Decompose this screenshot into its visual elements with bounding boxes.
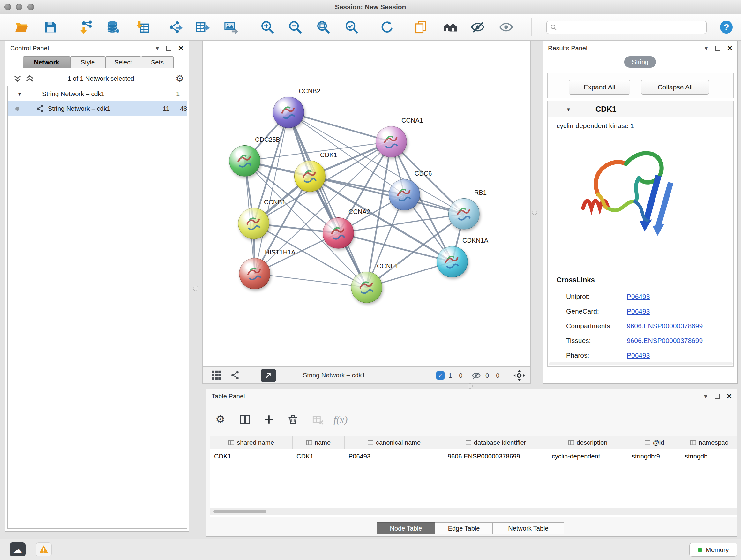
open-view-in-window-button[interactable] <box>261 369 276 382</box>
bottom-splitter-handle[interactable] <box>468 383 473 388</box>
crosslink-link[interactable]: P06493 <box>627 304 650 319</box>
horizontal-scrollbar-track[interactable] <box>210 508 737 515</box>
column-header[interactable]: shared name <box>210 436 293 449</box>
zoom-in-button[interactable] <box>259 18 276 36</box>
results-scrollbar[interactable] <box>549 362 733 365</box>
float-panel-icon[interactable] <box>715 394 720 399</box>
float-panel-icon[interactable] <box>715 46 720 51</box>
import-network-from-database-button[interactable] <box>105 18 122 36</box>
memory-button[interactable]: Memory <box>689 543 737 557</box>
panel-menu-icon[interactable]: ▾ <box>704 393 708 400</box>
help-button[interactable]: ? <box>718 18 735 36</box>
collapse-all-icon[interactable] <box>13 75 22 82</box>
export-network-button[interactable] <box>166 18 184 36</box>
copy-button[interactable] <box>412 18 429 36</box>
network-node-cdk1[interactable] <box>294 161 326 192</box>
network-node-cdc25b[interactable] <box>229 145 260 177</box>
hide-annotations-button[interactable] <box>469 18 486 36</box>
export-table-button[interactable] <box>194 18 211 36</box>
section-caret-icon[interactable]: ▼ <box>566 107 571 112</box>
zoom-fit-button[interactable] <box>315 18 332 36</box>
expand-all-icon[interactable] <box>25 75 34 82</box>
table-cell[interactable]: stringdb <box>681 449 738 463</box>
network-node-ccne1[interactable] <box>351 272 382 303</box>
panel-menu-icon[interactable]: ▾ <box>156 45 159 52</box>
right-splitter-handle[interactable] <box>532 210 537 215</box>
zoom-selected-button[interactable] <box>343 18 360 36</box>
crosslink-link[interactable]: P06493 <box>627 348 650 363</box>
share-network-icon[interactable] <box>230 370 240 380</box>
open-session-button[interactable] <box>13 18 30 36</box>
column-header[interactable]: name <box>293 436 345 449</box>
tab-select[interactable]: Select <box>105 56 141 68</box>
panel-menu-icon[interactable]: ▾ <box>704 45 708 52</box>
network-collection-row[interactable]: ▼ String Network – cdk1 1 <box>8 86 187 101</box>
delete-column-trash-icon[interactable] <box>287 414 299 425</box>
table-cell[interactable]: CDK1 <box>210 449 293 463</box>
save-session-button[interactable] <box>42 18 59 36</box>
horizontal-scrollbar-thumb[interactable] <box>213 509 266 513</box>
float-panel-icon[interactable] <box>166 46 172 51</box>
close-panel-icon[interactable]: × <box>727 44 732 53</box>
gene-section-header[interactable]: ▼ CDK1 <box>548 101 733 118</box>
column-header[interactable]: database identifier <box>444 436 548 449</box>
table-cell[interactable]: cyclin-dependent ... <box>548 449 628 463</box>
collapse-all-label: Collapse All <box>658 83 693 91</box>
table-cell[interactable]: 9606.ENSP00000378699 <box>444 449 548 463</box>
home-networks-button[interactable] <box>442 18 459 36</box>
left-splitter-handle[interactable] <box>193 286 198 291</box>
column-header[interactable]: canonical name <box>345 436 444 449</box>
close-panel-icon[interactable]: × <box>179 44 184 53</box>
network-node-cdkn1a[interactable] <box>436 246 468 277</box>
network-canvas[interactable]: CCNB2CCNA1CDC25BCDK1CDC6RB1CCNB1CCNA2CDK… <box>202 41 531 367</box>
network-node-ccnb1[interactable] <box>238 208 269 239</box>
birdseye-view-icon[interactable] <box>211 370 222 381</box>
crosslink-link[interactable]: P06493 <box>627 289 650 304</box>
protein-structure-image <box>570 137 691 261</box>
search-input[interactable] <box>560 24 703 31</box>
table-cell[interactable]: P06493 <box>345 449 444 463</box>
table-cell[interactable]: CDK1 <box>293 449 345 463</box>
tab-edge-table[interactable]: Edge Table <box>435 522 493 535</box>
column-header[interactable]: description <box>548 436 628 449</box>
crosslink-link[interactable]: 9606.ENSP00000378699 <box>627 333 703 348</box>
tab-style[interactable]: Style <box>70 56 105 68</box>
network-node-ccna1[interactable] <box>376 126 407 158</box>
network-node-ccna2[interactable] <box>323 217 354 249</box>
nodes-layer: CCNB2CCNA1CDC25BCDK1CDC6RB1CCNB1CCNA2CDK… <box>203 41 530 366</box>
network-node-rb1[interactable] <box>448 198 480 230</box>
close-panel-icon[interactable]: × <box>727 392 732 401</box>
zoom-out-button[interactable] <box>286 18 304 36</box>
network-node-ccnb2[interactable] <box>273 97 304 128</box>
import-table-from-file-button[interactable] <box>134 18 151 36</box>
show-graphics-details-button[interactable] <box>497 18 515 36</box>
tree-caret-icon[interactable]: ▼ <box>17 91 22 97</box>
column-header-label: name <box>315 439 331 446</box>
hidden-eye-slash-icon[interactable] <box>471 371 481 380</box>
tab-string[interactable]: String <box>624 56 656 68</box>
tab-network-table[interactable]: Network Table <box>493 522 564 535</box>
warnings-button[interactable] <box>36 543 52 557</box>
network-node-cdc6[interactable] <box>389 179 420 210</box>
tab-node-table[interactable]: Node Table <box>377 522 435 535</box>
add-column-icon[interactable] <box>263 414 275 426</box>
column-header[interactable]: @id <box>628 436 681 449</box>
gear-icon[interactable]: ⚙ <box>176 74 184 83</box>
network-node-hist1h1a[interactable] <box>239 258 270 289</box>
selected-checkbox-icon[interactable]: ✓ <box>436 371 445 380</box>
column-header[interactable]: namespac <box>681 436 738 449</box>
navigator-crosshair-icon[interactable] <box>513 369 526 382</box>
cloud-sync-button[interactable]: ☁ <box>10 543 25 557</box>
export-image-button[interactable] <box>222 18 240 36</box>
crosslink-link[interactable]: 9606.ENSP00000378699 <box>627 319 703 333</box>
apply-layout-button[interactable] <box>379 18 396 36</box>
expand-all-button[interactable]: Expand All <box>569 80 630 95</box>
show-columns-icon[interactable] <box>239 414 251 425</box>
table-cell[interactable]: stringdb:9... <box>628 449 681 463</box>
tab-network[interactable]: Network <box>23 56 70 68</box>
import-network-from-file-button[interactable] <box>77 18 94 36</box>
tab-sets[interactable]: Sets <box>141 56 174 68</box>
collapse-all-button[interactable]: Collapse All <box>641 80 709 95</box>
network-row-selected[interactable]: String Network – cdk1 11 48 <box>8 101 187 116</box>
table-options-gear-icon[interactable]: ⚙ <box>215 414 225 425</box>
